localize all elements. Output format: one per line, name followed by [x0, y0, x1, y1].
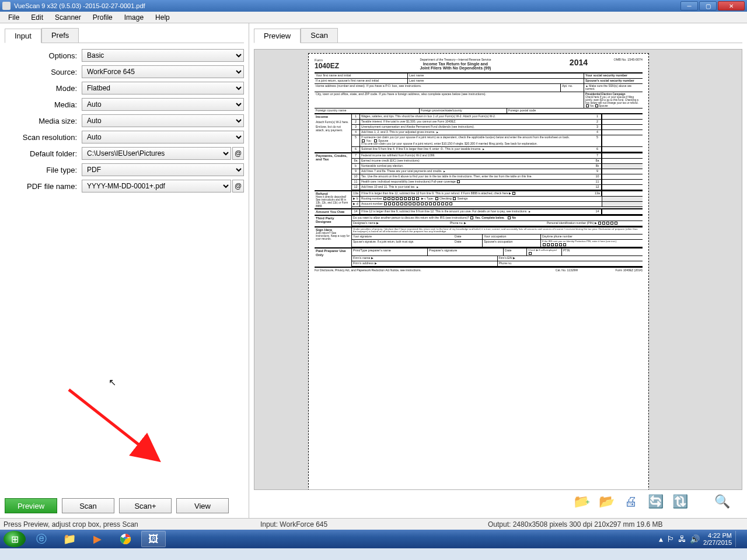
rotate-left-icon[interactable]: 🔄	[647, 494, 664, 510]
check-self: Check ▶ if self-employed	[527, 249, 562, 256]
form-footer: Form 1040EZ (2014)	[590, 269, 643, 272]
sig-date: Date	[453, 235, 483, 239]
taskbar-clock[interactable]: 4:22 PM 2/27/2015	[703, 532, 732, 546]
file-type-label: File type:	[5, 166, 79, 174]
default-folder-label: Default folder:	[5, 149, 79, 158]
source-select[interactable]: WorkForce 645	[82, 65, 244, 78]
line4: Add lines 1, 2, and 3. This is your adju…	[360, 130, 594, 135]
spouse-first-label: If a joint return, spouse's first name a…	[315, 79, 408, 83]
media-size-select[interactable]: Auto	[82, 114, 244, 127]
tab-prefs[interactable]: Prefs	[41, 28, 79, 43]
firm-addr: Firm's address ▶	[352, 261, 498, 266]
preparer-sig: Preparer's signature	[428, 249, 504, 256]
refund-sub: Have it directly deposited! See instruct…	[316, 195, 350, 207]
sec-refund: Refund	[316, 192, 350, 196]
folder-icon[interactable]: 📂	[598, 494, 615, 510]
line8b: Nontaxable combat pay election.	[360, 164, 594, 169]
printer-icon[interactable]: 🖨	[622, 494, 640, 510]
preview-area[interactable]: Form 1040EZ Department of the Treasury—I…	[254, 49, 742, 490]
form-omb: OMB No. 1545-0074	[596, 58, 643, 71]
clock-date: 2/27/2015	[703, 539, 732, 546]
tray-up-icon[interactable]: ▴	[659, 534, 663, 544]
ssn-check: ▲ Make sure the SSN(s) above are correct…	[584, 84, 643, 92]
taskbar-chrome-icon[interactable]	[113, 531, 138, 547]
scanned-page: Form 1040EZ Department of the Treasury—I…	[310, 55, 647, 489]
scan-button[interactable]: Scan	[62, 498, 114, 513]
tray-network-icon[interactable]: 🖧	[678, 534, 686, 544]
sec-third: Third Party Designee	[315, 216, 352, 226]
third-q: Do you want to allow another person to d…	[352, 216, 643, 220]
window-title: VueScan 9 x32 (9.5.03) -2015-02-27-0001.…	[14, 2, 679, 9]
preparer-name: Print/Type preparer's name	[352, 249, 428, 256]
pdf-name-at-button[interactable]: @	[232, 180, 244, 192]
zoom-icon[interactable]: 🔍	[713, 494, 731, 510]
options-select[interactable]: Basic	[82, 49, 244, 62]
title-bar: VueScan 9 x32 (9.5.03) -2015-02-27-0001.…	[0, 0, 747, 12]
source-label: Source:	[5, 68, 79, 76]
pdf-name-select[interactable]: YYYY-MM-DD-0001+.pdf	[82, 180, 231, 192]
preview-button[interactable]: Preview	[5, 498, 57, 513]
taskbar: ⊞ ⓔ 📁 ▶ 🖼 ▴ 🏳 🖧 🔊 4:22 PM 2/27/2015	[0, 530, 747, 548]
taskbar-explorer-icon[interactable]: 📁	[57, 531, 82, 547]
scan-res-label: Scan resolution:	[5, 133, 79, 142]
new-folder-icon[interactable]: 📁＋	[573, 494, 591, 510]
status-left: Press Preview, adjust crop box, press Sc…	[4, 520, 260, 528]
menu-help[interactable]: Help	[149, 13, 176, 22]
firm-phone: Phone no.	[498, 261, 643, 266]
view-button[interactable]: View	[176, 498, 229, 513]
pdf-name-label: PDF file name:	[5, 182, 79, 191]
firm-name: Firm's name ▶	[352, 256, 498, 261]
media-size-label: Media size:	[5, 117, 79, 125]
taskbar-ie-icon[interactable]: ⓔ	[29, 531, 54, 547]
file-type-select[interactable]: PDF	[82, 163, 244, 176]
media-select[interactable]: Auto	[82, 98, 244, 111]
taskbar-vuescan-icon[interactable]: 🖼	[141, 531, 166, 547]
rotate-right-icon[interactable]: 🔃	[671, 494, 689, 510]
line11: Health care: individual responsibility (…	[360, 180, 594, 184]
maximize-button[interactable]: ▢	[699, 1, 717, 10]
cursor-icon: ↖	[109, 377, 116, 388]
tab-preview[interactable]: Preview	[254, 29, 301, 43]
start-button[interactable]: ⊞	[4, 531, 26, 547]
close-button[interactable]: ✕	[718, 1, 745, 10]
spouse-occ: Spouse's occupation	[483, 240, 541, 247]
left-panel: Input Prefs Options: Basic Source: WorkF…	[0, 23, 249, 518]
scan-plus-button[interactable]: Scan+	[119, 498, 172, 513]
default-folder-select[interactable]: C:\Users\IEUser\Pictures	[82, 147, 231, 160]
media-label: Media:	[5, 100, 79, 109]
tray-flag-icon[interactable]: 🏳	[666, 534, 675, 544]
designee-pin: Personal identification number (PIN) ▶	[546, 221, 643, 226]
line3: Unemployment compensation and Alaska Per…	[360, 125, 594, 130]
menu-scanner[interactable]: Scanner	[49, 13, 87, 22]
tab-scan[interactable]: Scan	[301, 28, 338, 43]
tray-volume-icon[interactable]: 🔊	[690, 534, 700, 544]
mode-label: Mode:	[5, 84, 79, 93]
apt-label: Apt. no.	[561, 84, 584, 92]
mode-select[interactable]: Flatbed	[82, 82, 244, 94]
taskbar-media-icon[interactable]: ▶	[85, 531, 110, 547]
crop-box[interactable]: Form 1040EZ Department of the Treasury—I…	[308, 53, 649, 490]
line1: Wages, salaries, and tips. This should b…	[360, 114, 594, 119]
sig-date2: Date	[453, 240, 483, 247]
line9: Add lines 7 and 8a. These are your total…	[360, 169, 594, 174]
menu-edit[interactable]: Edit	[25, 13, 49, 22]
pres-you: You	[589, 104, 594, 107]
show-desktop-button[interactable]	[735, 531, 740, 547]
menu-file[interactable]: File	[2, 13, 25, 22]
foreign-province: Foreign province/state/county	[420, 108, 507, 113]
line13a: If line 9 is larger than line 12, subtra…	[360, 191, 594, 196]
sec-payments: Payments, Credits, and Tax	[315, 153, 352, 190]
sign-joint: Joint return? See instructions. Keep a c…	[316, 232, 350, 240]
scan-res-select[interactable]: Auto	[82, 131, 244, 144]
line2: Taxable interest. If the total is over $…	[360, 120, 594, 124]
menu-profile[interactable]: Profile	[87, 13, 118, 22]
your-occ: Your occupation	[483, 235, 541, 239]
tab-input[interactable]: Input	[5, 29, 41, 43]
pres-spouse: Spouse	[599, 104, 608, 107]
minimize-button[interactable]: ─	[680, 1, 698, 10]
default-folder-browse-button[interactable]: @	[232, 147, 244, 160]
line5b: If no one can claim you (or your spouse …	[361, 142, 537, 145]
line7: Federal income tax withheld from Form(s)…	[360, 153, 594, 158]
sign-perjury: Under penalties of perjury, I declare th…	[352, 228, 643, 235]
menu-image[interactable]: Image	[118, 13, 149, 22]
